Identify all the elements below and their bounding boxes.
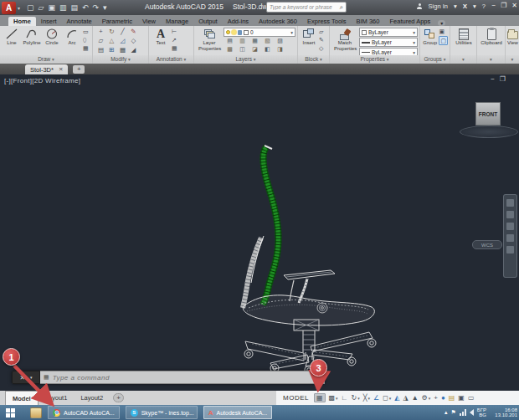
trim-icon[interactable]: ╱ [117,28,128,37]
groups-panel-label[interactable]: Groups ▾ [420,55,450,64]
view-panel-label[interactable]: ▾ [506,55,519,64]
insert-button[interactable]: Insert [301,28,317,46]
close-icon[interactable]: ✕ [511,2,517,9]
clipboard-panel-label[interactable]: ▾ [477,55,505,64]
fillet-icon[interactable]: ◿ [117,37,128,46]
new-layout-button[interactable]: + [113,393,124,402]
object-color-dropdown[interactable]: ByLayer ▾ [359,28,418,37]
layer-tool-icon[interactable]: ◫ [236,46,249,54]
circle-button[interactable]: Circle [43,28,61,46]
minimize-icon[interactable]: − [491,2,496,9]
utilities-button[interactable]: Utilities [453,28,475,46]
layer-dropdown[interactable]: 0 ▾ [224,28,295,37]
viewcube[interactable]: FRONT [475,102,501,125]
help-button[interactable]: ? [482,3,486,10]
linetype-dropdown-arrow-icon[interactable]: ▾ [413,50,415,55]
line-button[interactable]: Line [3,28,21,46]
tab-output[interactable]: Output [193,17,223,26]
layer-tool-icon[interactable]: ▦ [249,38,261,46]
start-button[interactable] [0,405,20,420]
plot-icon[interactable]: ▤ [70,3,78,12]
tab-autodesk360[interactable]: Autodesk 360 [254,17,302,26]
drawing-viewport[interactable]: [-][Front][2D Wireframe] − ❐ FRONT WCS [0,74,519,391]
drawing-restore-icon[interactable]: ❐ [500,75,506,83]
taskbar-chrome-autocad-button[interactable]: AutoCAD AutoCA... [48,406,120,419]
tab-layout1[interactable]: Layout1 [39,392,75,403]
leader-icon[interactable]: ↗ [172,36,177,44]
isolate-objects-button[interactable]: ● [441,394,445,402]
block-attr-icon[interactable]: ◇ [319,44,324,52]
zoom-icon[interactable] [506,223,514,230]
layer-tool-icon[interactable]: ▥ [236,38,249,46]
application-menu-button[interactable]: A [2,2,16,14]
linetype-dropdown[interactable]: ByLayer ▾ [359,48,418,55]
tab-manage[interactable]: Manage [161,17,193,26]
modify-panel-label[interactable]: Modify ▾ [93,55,148,64]
ellipse-icon[interactable]: ⬯ [83,36,89,44]
view-button[interactable]: View [507,28,518,46]
annotation-visibility-toggle[interactable]: ◭ [394,394,399,402]
lineweight-dropdown[interactable]: ByLayer ▾ [359,38,418,47]
wcs-label[interactable]: WCS [472,240,502,249]
layer-dropdown-arrow-icon[interactable]: ▾ [290,30,293,35]
properties-panel-label[interactable]: Properties ▾ [330,55,419,64]
explode-icon[interactable]: ◇ [128,37,139,46]
layer-tool-icon[interactable]: ▧ [261,38,274,46]
text-button[interactable]: A Text [152,28,170,46]
customization-button[interactable]: ▭ [468,394,475,402]
group-edit-icon[interactable]: ▢ [439,36,448,45]
tab-addins[interactable]: Add-ins [223,17,254,26]
ribbon-minimize-icon[interactable]: ▾ [438,20,445,26]
tab-bim360[interactable]: BIM 360 [352,17,385,26]
infocenter-search[interactable]: Type a keyword or phrase ⌕ [266,2,347,13]
restore-icon[interactable]: ❐ [501,2,506,9]
array-icon[interactable]: ⊞ [106,46,117,55]
connect-arrow-icon[interactable]: ▾ [473,3,476,10]
full-nav-wheel-icon[interactable] [506,199,514,207]
polyline-button[interactable]: Polyline [23,28,41,46]
offset-icon[interactable]: ◢ [128,46,139,55]
sign-in-button[interactable]: Sign In [429,3,448,10]
ortho-toggle[interactable]: ∟ [342,394,348,402]
paste-button[interactable]: Clipboard [480,28,503,46]
layer-tool-icon[interactable]: ▩ [224,46,236,54]
object-snap-toggle[interactable]: ◻▾ [383,394,391,402]
undo-icon[interactable]: ↶ [82,3,89,12]
orbit-icon[interactable] [506,234,514,242]
copy-icon[interactable]: ▱ [95,37,106,46]
exchange-apps-icon[interactable]: X [463,3,467,10]
action-center-flag-icon[interactable]: ⚑ [451,409,456,416]
file-tab-stol3d[interactable]: Stol-3D* ✕ [25,64,68,74]
tab-featured-apps[interactable]: Featured Apps [384,17,435,26]
group-button[interactable]: Group [423,28,437,46]
taskbar-autocad-button[interactable]: A Autodesk AutoCA... [203,406,272,419]
file-tab-close-icon[interactable]: ✕ [59,66,63,73]
layers-panel-label[interactable]: Layers ▾ [194,55,297,64]
clock[interactable]: 16:0813.10.201 [490,407,517,418]
polar-tracking-toggle[interactable]: ↻▾ [351,394,359,402]
showmotion-icon[interactable] [506,246,514,254]
redo-icon[interactable]: ↷ [93,3,100,12]
qat-customize-icon[interactable]: ▾ [103,3,107,12]
hidden-icons-button[interactable]: ▴ [444,409,448,416]
open-file-icon[interactable]: ▱ [39,3,44,12]
taskbar-skype-button[interactable]: S Skype™ - ines.top... [126,406,198,419]
viewport-controls-label[interactable]: [-][Front][2D Wireframe] [4,77,80,85]
hatch-icon[interactable]: ▦ [83,44,89,52]
tab-home[interactable]: Home [8,17,36,26]
annotation-panel-label[interactable]: Annotation ▾ [149,55,193,64]
application-menu-arrow-icon[interactable]: ▾ [18,5,20,11]
layer-tool-icon[interactable]: ▤ [224,38,236,46]
command-customize-icon[interactable]: ▦ [44,374,49,381]
save-as-icon[interactable]: ▥ [59,3,67,12]
layer-tool-icon[interactable]: ◪ [249,46,261,54]
tab-annotate[interactable]: Annotate [62,17,97,26]
command-close-icon[interactable]: ✕ [20,374,25,382]
save-icon[interactable]: ▣ [48,3,55,12]
match-properties-button[interactable]: Match Properties [332,28,357,51]
new-file-icon[interactable]: ▢ [27,3,34,12]
scale-icon[interactable]: ▦ [117,46,128,55]
color-dropdown-arrow-icon[interactable]: ▾ [413,30,415,35]
create-block-icon[interactable]: ▱ [319,28,324,35]
isodraft-toggle[interactable]: ╳▾ [363,394,370,402]
